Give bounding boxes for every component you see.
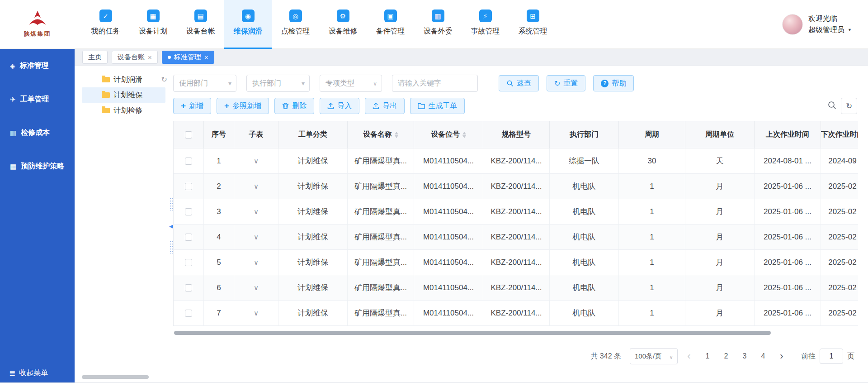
tree-item[interactable]: 计划维保 (82, 87, 165, 103)
sort-icon[interactable] (462, 132, 466, 138)
top-menu-item[interactable]: 设备台帐 (177, 0, 224, 49)
use-dept-select[interactable]: 使用部门 (173, 75, 236, 92)
sidebar-item[interactable]: 预防维护策略 (0, 149, 75, 183)
tree-item-label: 计划润滑 (113, 75, 142, 85)
generate-workorder-button[interactable]: 生成工单 (410, 98, 465, 114)
top-menu-item[interactable]: 点检管理 (272, 0, 319, 49)
top-menu-item[interactable]: 事故管理 (462, 0, 509, 49)
tab-label: 设备台账 (118, 53, 145, 62)
user-menu[interactable]: 欢迎光临 超级管理员 (782, 0, 852, 49)
page-number-button[interactable]: 4 (756, 349, 770, 363)
refresh-table-button[interactable] (841, 98, 857, 114)
cell-model: KBZ-200/114... (483, 301, 550, 325)
top-menu-item[interactable]: 设备计划 (129, 0, 177, 49)
tree-horizontal-scrollbar[interactable] (82, 375, 149, 379)
exec-dept-select[interactable]: 执行部门 (246, 75, 310, 92)
top-menu-item[interactable]: 设备维修 (319, 0, 367, 49)
row-checkbox[interactable] (185, 234, 192, 241)
import-button[interactable]: 导入 (320, 98, 359, 114)
sort-icon[interactable] (395, 132, 398, 138)
export-button[interactable]: 导出 (365, 98, 405, 114)
logo-text: 陕煤集团 (24, 30, 51, 38)
search-icon[interactable] (827, 100, 836, 110)
accident-icon (479, 10, 492, 22)
delete-button[interactable]: 删除 (274, 98, 314, 114)
table-row[interactable]: 3 计划维保 矿用隔爆型真... M014110504... KBZ-200/1… (174, 199, 858, 225)
close-icon[interactable] (204, 53, 208, 61)
sidebar-item[interactable]: 检修成本 (0, 116, 75, 149)
row-checkbox[interactable] (185, 259, 192, 266)
cell-equipment-name: 矿用隔爆型真... (348, 199, 414, 224)
table-row[interactable]: 1 计划维保 矿用隔爆型真... M014110504... KBZ-200/1… (174, 148, 858, 174)
cost-icon (10, 129, 16, 136)
select-all-checkbox[interactable] (185, 131, 192, 139)
column-label: 序号 (212, 130, 226, 139)
chevron-down-icon[interactable] (254, 258, 259, 267)
top-menu-item[interactable]: 维保润滑 (224, 0, 272, 49)
column-label: 下次作业时间 (821, 130, 858, 139)
row-checkbox[interactable] (185, 208, 192, 215)
tree-item[interactable]: 计划检修 (82, 103, 165, 118)
collapse-menu-button[interactable]: 收起菜单 (9, 368, 48, 378)
table-row[interactable]: 2 计划维保 矿用隔爆型真... M014110504... KBZ-200/1… (174, 174, 858, 199)
table-row[interactable]: 5 计划维保 矿用隔爆型真... M014110504... KBZ-200/1… (174, 250, 858, 275)
quick-search-button[interactable]: 速查 (499, 75, 539, 91)
tab[interactable]: 标准管理 (162, 51, 214, 64)
add-button[interactable]: 新增 (173, 98, 211, 114)
prev-page-button[interactable] (682, 349, 696, 364)
help-button[interactable]: 帮助 (593, 75, 634, 91)
special-type-select[interactable]: 专项类型 (320, 75, 382, 92)
tab[interactable]: 设备台账 (112, 51, 158, 64)
refresh-tree-icon[interactable] (161, 75, 167, 84)
chevron-down-icon[interactable] (254, 182, 259, 191)
cell-equipment-name: 矿用隔爆型真... (348, 148, 414, 173)
table-horizontal-scrollbar[interactable] (174, 331, 771, 335)
chevron-down-icon[interactable] (254, 233, 259, 242)
tree-item[interactable]: 计划润滑 (82, 72, 165, 87)
keyword-input[interactable] (392, 75, 478, 92)
page-number-button[interactable]: 3 (737, 349, 752, 363)
cell-equipment-name: 矿用隔爆型真... (348, 174, 414, 199)
page-number-button[interactable]: 2 (719, 349, 733, 363)
table-row[interactable]: 6 计划维保 矿用隔爆型真... M014110504... KBZ-200/1… (174, 275, 858, 301)
table-row[interactable]: 4 计划维保 矿用隔爆型真... M014110504... KBZ-200/1… (174, 225, 858, 250)
close-icon[interactable] (148, 53, 152, 61)
cell-workorder-category: 计划维保 (278, 148, 348, 173)
cell-last-time: 2024-08-01 ... (755, 148, 821, 173)
next-page-button[interactable] (774, 349, 789, 364)
reset-button[interactable]: 重置 (547, 75, 585, 91)
cell-cycle: 1 (619, 250, 685, 275)
sidebar-item[interactable]: 工单管理 (0, 82, 75, 116)
collapse-menu-icon (9, 368, 15, 378)
cell-last-time: 2025-01-06 ... (755, 275, 821, 300)
goto-page-input[interactable] (820, 349, 843, 364)
content-area: 计划润滑 计划维保 计划检修 (75, 66, 868, 382)
add-by-reference-button[interactable]: 参照新增 (217, 98, 269, 114)
cell-exec-dept: 综掘一队 (550, 148, 619, 173)
sidebar-item[interactable]: 标准管理 (0, 49, 75, 82)
top-menu-item[interactable]: 设备外委 (414, 0, 462, 49)
row-checkbox[interactable] (185, 310, 192, 317)
row-checkbox[interactable] (185, 158, 192, 165)
cell-model: KBZ-200/114... (483, 199, 550, 224)
chevron-down-icon[interactable] (254, 207, 259, 216)
table-row[interactable]: 7 计划维保 矿用隔爆型真... M014110504... KBZ-200/1… (174, 301, 858, 326)
chevron-down-icon[interactable] (254, 157, 259, 166)
cell-index: 7 (204, 301, 234, 325)
top-menu-item[interactable]: 系统管理 (509, 0, 557, 49)
row-checkbox[interactable] (185, 183, 192, 190)
tab[interactable]: 主页 (82, 51, 108, 64)
top-menu-item[interactable]: 我的任务 (82, 0, 129, 49)
cell-next-time: 2025-02 (821, 174, 858, 199)
cell-next-time: 2025-02 (821, 199, 858, 224)
cell-last-time: 2025-01-06 ... (755, 250, 821, 275)
page-number-button[interactable]: 1 (700, 349, 715, 363)
cell-cycle-unit: 天 (685, 148, 755, 173)
page-size-select[interactable]: 100条/页 (630, 348, 678, 364)
chevron-down-icon[interactable] (254, 283, 259, 292)
chevron-down-icon[interactable] (254, 309, 259, 318)
cell-subtable (234, 199, 278, 224)
repair-icon (337, 10, 349, 22)
row-checkbox[interactable] (185, 284, 192, 291)
top-menu-item[interactable]: 备件管理 (367, 0, 414, 49)
